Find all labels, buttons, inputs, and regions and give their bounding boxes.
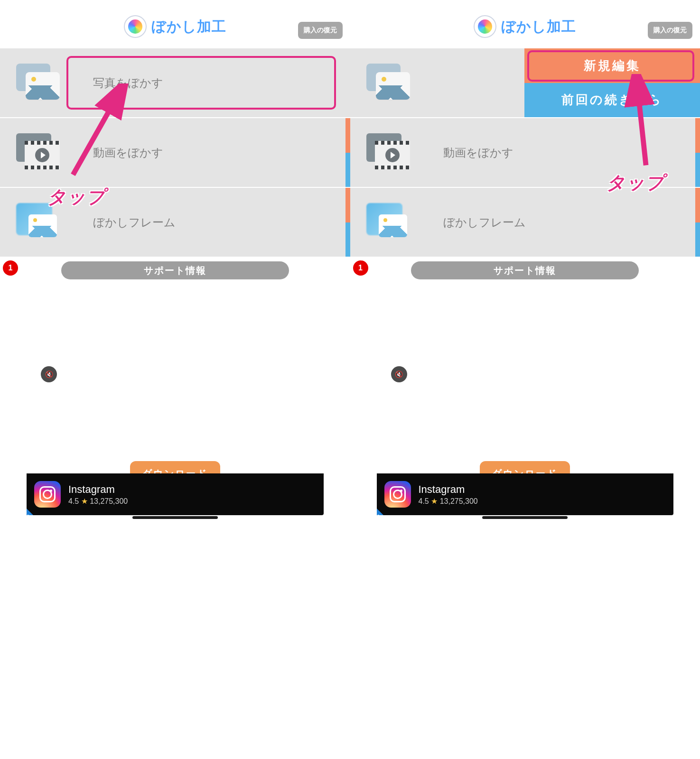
home-indicator[interactable] xyxy=(482,516,568,519)
photo-icon xyxy=(366,64,410,102)
instagram-icon xyxy=(34,481,61,508)
accent-strip xyxy=(345,118,350,187)
header: ぼかし加工 購入の復元 xyxy=(350,0,700,47)
header: ぼかし加工 購入の復元 xyxy=(0,0,350,47)
home-indicator[interactable] xyxy=(132,516,218,519)
accent-strip xyxy=(695,188,700,257)
frame-icon xyxy=(366,203,410,242)
feature-blur-photo-expanded: 新規編集 前回の続きから xyxy=(350,47,700,117)
feature-label: 動画をぼかす xyxy=(93,145,163,160)
restore-purchase-button[interactable]: 購入の復元 xyxy=(648,22,692,39)
photo-icon xyxy=(16,64,60,102)
ad-info-bar[interactable]: Instagram 4.5 ★ 13,275,300 xyxy=(377,473,674,515)
feature-blur-video[interactable]: 動画をぼかす xyxy=(0,117,350,187)
accent-strip xyxy=(345,188,350,257)
ad-app-name: Instagram xyxy=(68,483,128,496)
restore-purchase-button[interactable]: 購入の復元 xyxy=(298,22,343,39)
app-title: ぼかし加工 xyxy=(151,17,226,37)
ad-banner[interactable]: 🔇 ダウンロード Instagram 4.5 ★ 13,275,300 xyxy=(0,359,350,522)
app-icon xyxy=(124,15,147,38)
support-info-button[interactable]: 1 サポート情報 xyxy=(0,260,350,280)
feature-blur-frame[interactable]: ぼかしフレーム xyxy=(0,187,350,257)
feature-label: 写真をぼかす xyxy=(93,75,163,91)
star-icon: ★ xyxy=(431,497,438,505)
feature-label: 動画をぼかす xyxy=(443,145,513,160)
video-icon xyxy=(16,133,60,172)
star-icon: ★ xyxy=(81,497,88,505)
mute-icon[interactable]: 🔇 xyxy=(391,366,407,382)
video-icon xyxy=(366,133,410,172)
support-info-button[interactable]: 1 サポート情報 xyxy=(350,260,700,280)
app-icon xyxy=(474,15,496,38)
ad-rating: 4.5 ★ 13,275,300 xyxy=(419,497,478,506)
screenshot-right: ぼかし加工 購入の復元 新規編集 前回の続きから 動画をぼかす xyxy=(350,0,700,759)
feature-blur-video[interactable]: 動画をぼかす xyxy=(350,117,700,187)
adchoices-icon[interactable] xyxy=(377,509,383,515)
accent-strip xyxy=(695,118,700,187)
feature-label: ぼかしフレーム xyxy=(443,215,526,230)
ad-info-bar[interactable]: Instagram 4.5 ★ 13,275,300 xyxy=(27,473,324,515)
notification-badge: 1 xyxy=(3,260,18,276)
app-title: ぼかし加工 xyxy=(501,17,576,37)
frame-icon xyxy=(16,203,60,242)
ad-rating: 4.5 ★ 13,275,300 xyxy=(68,497,128,506)
adchoices-icon[interactable] xyxy=(27,509,33,515)
support-label: サポート情報 xyxy=(61,261,289,279)
feature-blur-photo[interactable]: 写真をぼかす xyxy=(0,47,350,117)
feature-label: ぼかしフレーム xyxy=(93,215,176,230)
instagram-icon xyxy=(384,481,411,508)
support-label: サポート情報 xyxy=(411,261,639,279)
continue-button[interactable]: 前回の続きから xyxy=(524,83,700,118)
ad-app-name: Instagram xyxy=(419,483,478,496)
new-edit-button[interactable]: 新規編集 xyxy=(524,48,700,83)
ad-banner[interactable]: 🔇 ダウンロード Instagram 4.5 ★ 13,275,300 xyxy=(350,359,700,522)
notification-badge: 1 xyxy=(353,260,368,276)
mute-icon[interactable]: 🔇 xyxy=(41,366,57,382)
screenshot-left: ぼかし加工 購入の復元 写真をぼかす 動画をぼかす ぼかしフレーム xyxy=(0,0,350,759)
feature-blur-frame[interactable]: ぼかしフレーム xyxy=(350,187,700,257)
